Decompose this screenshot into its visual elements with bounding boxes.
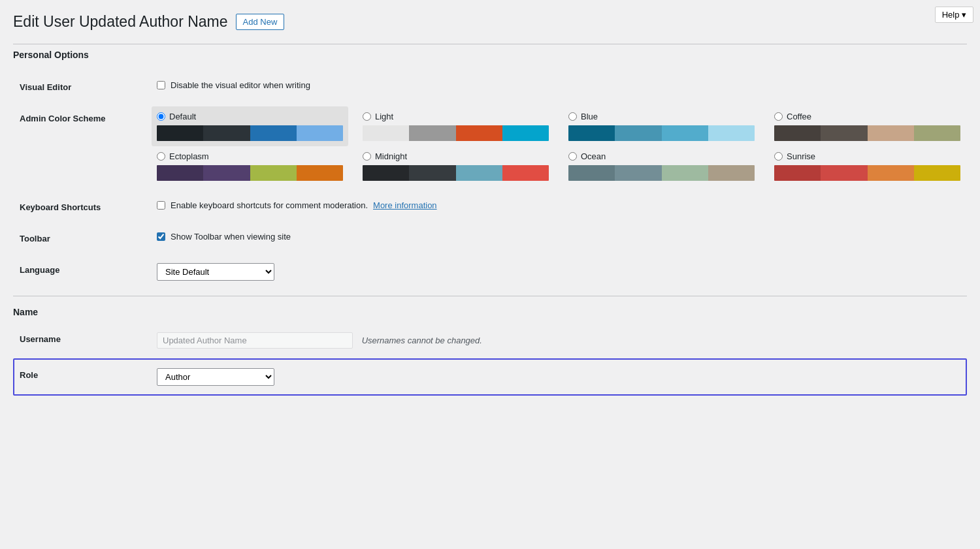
color-scheme-grid: DefaultLightBlueCoffeeEctoplasmMidnightO… xyxy=(157,112,960,181)
username-input[interactable] xyxy=(157,332,353,349)
help-button[interactable]: Help xyxy=(935,7,973,23)
swatch xyxy=(708,165,755,181)
color-scheme-radio-default[interactable] xyxy=(157,112,165,121)
swatch xyxy=(297,125,343,141)
keyboard-shortcuts-row: Keyboard Shortcuts Enable keyboard short… xyxy=(13,191,967,222)
color-scheme-option-blue[interactable]: Blue xyxy=(568,112,755,141)
swatch xyxy=(662,125,708,141)
role-select[interactable]: Subscriber Contributor Author Editor Adm… xyxy=(157,368,274,386)
page-wrapper: Help Edit User Updated Author Name Add N… xyxy=(0,0,980,549)
admin-color-scheme-field: DefaultLightBlueCoffeeEctoplasmMidnightO… xyxy=(157,102,967,191)
visual-editor-label: Visual Editor xyxy=(13,71,157,102)
color-scheme-radio-sunrise[interactable] xyxy=(774,152,783,161)
swatch xyxy=(502,125,549,141)
role-row: Role Subscriber Contributor Author Edito… xyxy=(13,358,967,396)
swatch xyxy=(615,125,661,141)
visual-editor-checkbox-text: Disable the visual editor when writing xyxy=(171,80,310,90)
color-swatches-coffee xyxy=(774,125,960,141)
swatch xyxy=(157,125,203,141)
color-scheme-option-light[interactable]: Light xyxy=(363,112,549,141)
username-field: Usernames cannot be changed. xyxy=(157,322,967,358)
admin-color-scheme-label: Admin Color Scheme xyxy=(13,102,157,191)
swatch xyxy=(914,165,960,181)
swatch xyxy=(157,165,203,181)
personal-options-title: Personal Options xyxy=(13,44,967,71)
swatch xyxy=(456,125,502,141)
color-scheme-radio-midnight[interactable] xyxy=(363,152,371,161)
color-scheme-label-sunrise[interactable]: Sunrise xyxy=(774,151,960,161)
swatch xyxy=(568,125,615,141)
language-select[interactable]: Site Default English (US) Español xyxy=(157,263,274,281)
color-scheme-label-coffee[interactable]: Coffee xyxy=(774,112,960,121)
color-scheme-name-midnight: Midnight xyxy=(375,151,407,161)
add-new-button[interactable]: Add New xyxy=(236,14,285,30)
visual-editor-checkbox[interactable] xyxy=(157,81,165,89)
swatch xyxy=(868,165,914,181)
color-swatches-default xyxy=(157,125,343,141)
swatch xyxy=(363,125,409,141)
color-scheme-option-sunrise[interactable]: Sunrise xyxy=(774,151,960,181)
toolbar-checkbox-label[interactable]: Show Toolbar when viewing site xyxy=(157,232,960,242)
color-swatches-blue xyxy=(568,125,755,141)
color-swatches-ectoplasm xyxy=(157,165,343,181)
swatch xyxy=(409,125,455,141)
color-scheme-label-ocean[interactable]: Ocean xyxy=(568,151,755,161)
swatch xyxy=(456,165,502,181)
color-scheme-name-ectoplasm: Ectoplasm xyxy=(169,151,209,161)
color-scheme-label-blue[interactable]: Blue xyxy=(568,112,755,121)
color-scheme-radio-light[interactable] xyxy=(363,112,371,121)
keyboard-shortcuts-checkbox-label[interactable]: Enable keyboard shortcuts for comment mo… xyxy=(157,200,960,210)
color-scheme-label-default[interactable]: Default xyxy=(157,112,343,121)
visual-editor-checkbox-label[interactable]: Disable the visual editor when writing xyxy=(157,80,960,90)
role-label: Role xyxy=(13,358,157,396)
toolbar-text: Show Toolbar when viewing site xyxy=(171,232,291,242)
language-field: Site Default English (US) Español xyxy=(157,253,967,290)
toolbar-checkbox[interactable] xyxy=(157,232,165,241)
color-scheme-label-light[interactable]: Light xyxy=(363,112,549,121)
swatch xyxy=(363,165,409,181)
swatch xyxy=(615,165,661,181)
swatch xyxy=(914,125,960,141)
swatch xyxy=(821,165,867,181)
color-scheme-name-coffee: Coffee xyxy=(787,112,811,121)
color-scheme-option-default[interactable]: Default xyxy=(152,106,348,146)
color-scheme-option-coffee[interactable]: Coffee xyxy=(774,112,960,141)
toolbar-field: Show Toolbar when viewing site xyxy=(157,222,967,253)
swatch xyxy=(203,165,250,181)
swatch xyxy=(774,125,821,141)
admin-color-scheme-row: Admin Color Scheme DefaultLightBlueCoffe… xyxy=(13,102,967,191)
role-field: Subscriber Contributor Author Editor Adm… xyxy=(157,358,967,396)
color-scheme-name-blue: Blue xyxy=(581,112,598,121)
swatch xyxy=(409,165,455,181)
color-scheme-radio-ocean[interactable] xyxy=(568,152,577,161)
color-scheme-radio-coffee[interactable] xyxy=(774,112,783,121)
keyboard-shortcuts-text: Enable keyboard shortcuts for comment mo… xyxy=(171,200,368,210)
color-swatches-sunrise xyxy=(774,165,960,181)
language-row: Language Site Default English (US) Españ… xyxy=(13,253,967,290)
language-label: Language xyxy=(13,253,157,290)
keyboard-shortcuts-label: Keyboard Shortcuts xyxy=(13,191,157,222)
swatch xyxy=(502,165,549,181)
username-row: Username Usernames cannot be changed. xyxy=(13,322,967,358)
username-label: Username xyxy=(13,322,157,358)
color-scheme-name-ocean: Ocean xyxy=(581,151,606,161)
swatch xyxy=(568,165,615,181)
color-swatches-midnight xyxy=(363,165,549,181)
keyboard-shortcuts-checkbox[interactable] xyxy=(157,201,165,210)
color-scheme-option-ectoplasm[interactable]: Ectoplasm xyxy=(157,151,343,181)
swatch xyxy=(821,125,867,141)
color-scheme-label-ectoplasm[interactable]: Ectoplasm xyxy=(157,151,343,161)
color-scheme-label-midnight[interactable]: Midnight xyxy=(363,151,549,161)
color-scheme-name-light: Light xyxy=(375,112,393,121)
color-scheme-radio-blue[interactable] xyxy=(568,112,577,121)
color-scheme-radio-ectoplasm[interactable] xyxy=(157,152,165,161)
color-scheme-option-midnight[interactable]: Midnight xyxy=(363,151,549,181)
visual-editor-row: Visual Editor Disable the visual editor … xyxy=(13,71,967,102)
color-scheme-name-sunrise: Sunrise xyxy=(787,151,815,161)
name-section-title: Name xyxy=(13,296,967,322)
color-scheme-option-ocean[interactable]: Ocean xyxy=(568,151,755,181)
color-scheme-name-default: Default xyxy=(169,112,196,121)
visual-editor-field: Disable the visual editor when writing xyxy=(157,71,967,102)
personal-options-table: Visual Editor Disable the visual editor … xyxy=(13,71,967,290)
keyboard-shortcuts-more-info[interactable]: More information xyxy=(373,200,437,210)
